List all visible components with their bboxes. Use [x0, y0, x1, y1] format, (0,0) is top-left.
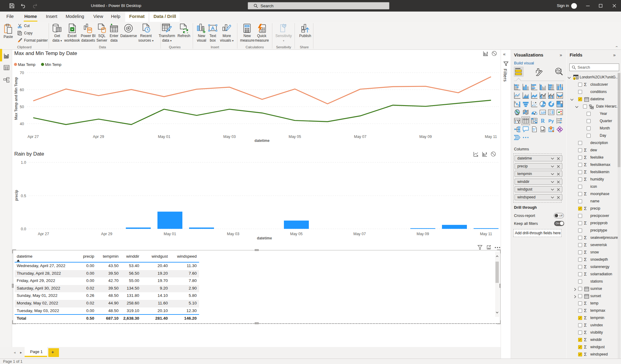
svg-text:May 07: May 07: [354, 232, 366, 236]
svg-text:Apr 29: Apr 29: [101, 232, 112, 236]
svg-text:May 09: May 09: [417, 232, 429, 236]
svg-text:Apr 27: Apr 27: [28, 135, 39, 139]
svg-text:precip: precip: [14, 190, 19, 201]
svg-text:May 11: May 11: [480, 232, 492, 236]
svg-text:May 07: May 07: [354, 135, 367, 139]
svg-text:May 11: May 11: [485, 135, 497, 139]
svg-text:May 01: May 01: [164, 232, 176, 236]
svg-text:May 01: May 01: [158, 135, 171, 139]
svg-text:123: 123: [541, 111, 545, 114]
svg-text:May 05: May 05: [289, 135, 301, 139]
svg-text:datetime: datetime: [254, 139, 270, 143]
svg-text:50: 50: [20, 105, 24, 109]
svg-text:70: 70: [20, 71, 24, 75]
svg-text:1.0: 1.0: [21, 160, 26, 165]
svg-text:May 05: May 05: [290, 232, 303, 236]
svg-text:40: 40: [20, 122, 24, 126]
svg-text:Max Temp and Min Temp: Max Temp and Min Temp: [14, 77, 18, 120]
svg-text:datetime: datetime: [257, 236, 272, 240]
svg-text:0.0: 0.0: [21, 227, 26, 231]
svg-text:Py: Py: [548, 118, 554, 123]
svg-text:May 09: May 09: [419, 135, 432, 139]
svg-text:Apr 29: Apr 29: [93, 135, 104, 139]
svg-text:60: 60: [20, 88, 24, 92]
svg-text:R: R: [541, 118, 545, 124]
svg-text:0.5: 0.5: [21, 194, 26, 198]
svg-text:May 03: May 03: [223, 135, 236, 139]
svg-text:May 03: May 03: [227, 232, 240, 236]
svg-text:Apr 27: Apr 27: [38, 232, 49, 236]
